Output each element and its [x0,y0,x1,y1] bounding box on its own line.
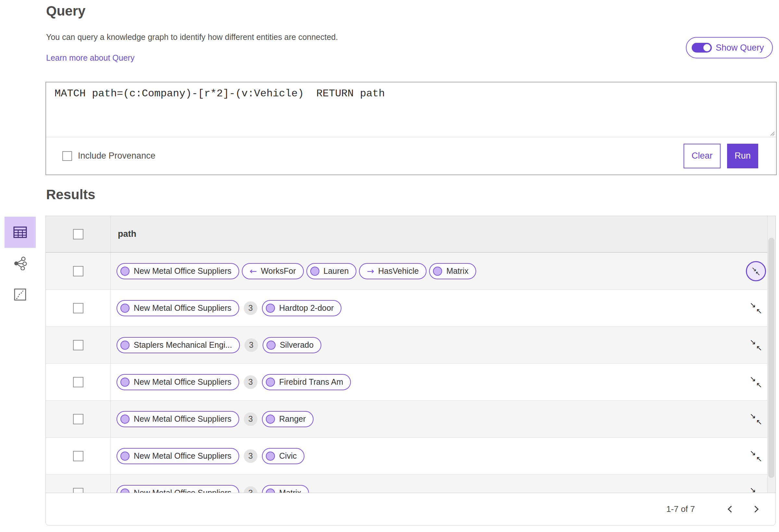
entity-label: New Metal Office Suppliers [134,451,231,461]
select-all-checkbox[interactable] [73,229,83,240]
show-query-label: Show Query [716,43,764,53]
count-badge[interactable]: 3 [244,338,258,352]
entity-pill[interactable]: Firebird Trans Am [262,374,351,390]
entity-label: Staplers Mechanical Engi... [134,340,232,350]
entity-label: Silverado [280,340,313,350]
expand-arrows-icon: ↘↖ [752,267,761,276]
path-cell: New Metal Office Suppliers←WorksForLaure… [111,253,736,289]
entity-pill[interactable]: New Metal Office Suppliers [117,411,239,427]
row-checkbox-cell [46,327,111,363]
page-title: Query [46,3,85,19]
row-checkbox-cell [46,253,111,289]
entity-label: Lauren [323,266,349,276]
scrollbar-thumb[interactable] [768,238,774,478]
entity-node-icon [120,378,129,387]
row-checkbox[interactable] [73,488,83,493]
results-table-card: path New Metal Office Suppliers←WorksFor… [46,216,776,526]
count-badge[interactable]: 3 [244,449,257,463]
entity-pill[interactable]: New Metal Office Suppliers [117,300,239,316]
row-checkbox[interactable] [73,414,83,424]
relationship-label: WorksFor [261,266,296,276]
collapse-row-button[interactable]: ↘↖ [746,261,766,281]
include-provenance-checkbox[interactable] [62,151,72,161]
row-checkbox-cell [46,438,111,474]
entity-pill[interactable]: Civic [262,448,304,464]
count-badge[interactable]: 3 [244,375,257,389]
result-row: New Metal Office Suppliers3Ranger↖↘ [46,401,775,438]
entity-label: Ranger [279,414,306,424]
toggle-switch-icon[interactable] [692,43,712,53]
entity-node-icon [266,304,275,313]
column-header-path: path [111,229,136,239]
row-checkbox[interactable] [73,266,83,276]
vertical-scrollbar[interactable] [767,216,775,493]
entity-label: New Metal Office Suppliers [134,266,231,276]
entity-pill[interactable]: Ranger [262,411,313,427]
result-row: New Metal Office Suppliers3Matrix↖↘ [46,475,775,493]
relationship-pill[interactable]: ←WorksFor [242,263,304,279]
entity-label: Civic [279,451,297,461]
show-query-toggle[interactable]: Show Query [686,37,773,58]
row-checkbox[interactable] [73,451,83,461]
count-badge[interactable]: 3 [244,412,257,426]
entity-node-icon [120,304,129,313]
pagination-range: 1-7 of 7 [666,504,695,514]
relationship-label: HasVehicle [378,266,419,276]
path-cell: Staplers Mechanical Engi...3Silverado [111,327,736,363]
next-page-button[interactable] [747,501,764,518]
table-icon [13,226,27,238]
entity-node-icon [120,452,129,461]
count-badge[interactable]: 3 [244,486,257,493]
entity-node-icon [266,452,275,461]
arrow-right-icon: → [367,266,374,276]
map-icon [14,288,26,301]
result-row: New Metal Office Suppliers←WorksForLaure… [46,253,775,290]
entity-label: New Metal Office Suppliers [134,414,231,424]
resize-handle-icon[interactable] [769,130,775,136]
arrow-left-icon: ← [250,266,257,276]
include-provenance-label: Include Provenance [78,151,156,161]
row-checkbox-cell [46,401,111,437]
view-tab-table[interactable] [5,217,36,248]
entity-label: Matrix [279,488,301,493]
entity-node-icon [266,414,275,424]
query-input[interactable]: MATCH path=(c:Company)-[r*2]-(v:Vehicle)… [46,82,776,137]
entity-pill[interactable]: New Metal Office Suppliers [117,374,239,390]
entity-pill[interactable]: Hardtop 2-door [262,300,342,316]
page-description: You can query a knowledge graph to ident… [46,32,338,42]
entity-label: Matrix [446,266,468,276]
entity-pill[interactable]: Staplers Mechanical Engi... [117,337,240,353]
count-badge[interactable]: 3 [244,302,257,315]
prev-page-button[interactable] [722,501,738,518]
entity-pill[interactable]: New Metal Office Suppliers [117,263,239,279]
row-checkbox[interactable] [73,377,83,387]
entity-node-icon [266,341,276,350]
entity-node-icon [266,378,275,387]
entity-pill[interactable]: Silverado [262,337,321,353]
result-row: New Metal Office Suppliers3Civic↖↘ [46,438,775,475]
clear-button[interactable]: Clear [683,144,721,169]
view-tab-map[interactable] [5,279,36,310]
row-checkbox[interactable] [73,303,83,313]
entity-pill[interactable]: Matrix [262,485,309,493]
row-checkbox[interactable] [73,340,83,350]
entity-pill[interactable]: Lauren [306,263,357,279]
learn-more-link[interactable]: Learn more about Query [46,53,134,63]
entity-node-icon [120,267,129,276]
view-tab-graph[interactable] [5,248,36,279]
relationship-pill[interactable]: →HasVehicle [359,263,426,279]
entity-node-icon [120,414,129,424]
chevron-left-icon [727,506,734,513]
row-checkbox-cell [46,475,111,493]
entity-pill[interactable]: Matrix [429,263,476,279]
path-cell: New Metal Office Suppliers3Ranger [111,401,736,437]
entity-node-icon [120,341,129,350]
path-cell: New Metal Office Suppliers3Firebird Tran… [111,363,736,400]
entity-label: Firebird Trans Am [279,377,343,387]
entity-pill[interactable]: New Metal Office Suppliers [117,485,239,493]
toggle-knob [703,44,711,51]
entity-pill[interactable]: New Metal Office Suppliers [117,448,239,464]
path-cell: New Metal Office Suppliers3Hardtop 2-doo… [111,290,736,326]
entity-label: New Metal Office Suppliers [134,488,231,493]
run-button[interactable]: Run [727,144,758,169]
